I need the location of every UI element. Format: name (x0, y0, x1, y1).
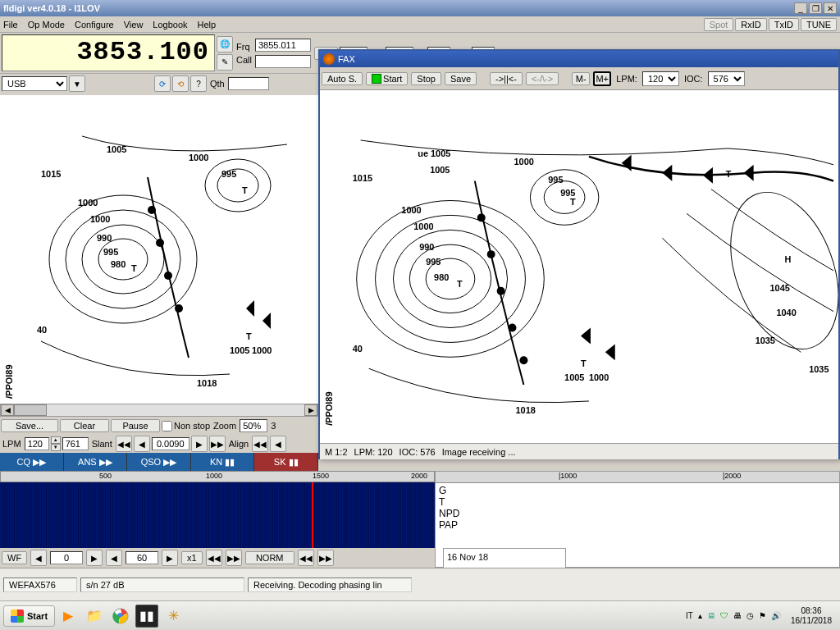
fax-status-m: M 1:2 (325, 447, 348, 457)
scroll-thumb[interactable] (14, 404, 47, 416)
wf-rewind2-icon[interactable]: ◀◀ (298, 550, 314, 566)
fax-stop-button[interactable]: Stop (411, 72, 441, 85)
fax-mplus-button[interactable]: M+ (593, 71, 611, 86)
globe-icon[interactable]: 🌐 (217, 36, 233, 52)
call-input[interactable] (255, 55, 311, 68)
tray-chevron-icon[interactable]: ▴ (698, 611, 702, 620)
taskbar-app2-icon[interactable]: ✳ (162, 605, 185, 628)
clear-button[interactable]: Clear (60, 419, 109, 432)
fax-auto-button[interactable]: Auto S. (322, 72, 363, 85)
list-item: G (439, 485, 836, 496)
wf-fwd2-icon[interactable]: ▶ (162, 550, 178, 566)
wf-button[interactable]: WF (2, 551, 27, 564)
svg-text:995: 995 (548, 175, 563, 185)
spot-button[interactable]: Spot (704, 18, 734, 31)
fax-lpm-select[interactable]: 120 (642, 71, 679, 86)
qth-input[interactable] (228, 77, 269, 90)
fax-scrollbar[interactable]: ◀ ▶ (0, 404, 318, 417)
scroll-left-icon[interactable]: ◀ (1, 404, 14, 416)
fax-image-area[interactable]: 1015 ue 1005 1005 1000 995 995 T 1000 10… (320, 90, 838, 443)
slant-value[interactable]: 0.0090 (152, 437, 189, 450)
refresh2-icon[interactable]: ⟲ (172, 75, 189, 92)
taskbar-app1-icon[interactable]: ▮▮ (135, 605, 158, 628)
start-label: Start (27, 611, 48, 621)
fax-mminus-button[interactable]: M- (572, 72, 590, 85)
align-back-icon[interactable]: ◀ (270, 436, 286, 452)
lpm-value2[interactable]: 120 (25, 437, 49, 450)
macro-qso[interactable]: QSO ▶▶ (127, 453, 191, 471)
fax-skip-button[interactable]: ->||<- (490, 72, 523, 85)
brush-icon[interactable]: ✎ (217, 54, 233, 71)
tray-shield-icon[interactable]: 🛡 (720, 611, 728, 620)
taskbar-explorer-icon[interactable]: 📁 (83, 605, 106, 628)
pause-button[interactable]: Pause (111, 419, 160, 432)
tray-network-icon[interactable]: ◷ (746, 611, 754, 620)
fax-save-button[interactable]: Save (445, 72, 477, 85)
scroll-right-icon[interactable]: ▶ (304, 404, 317, 416)
close-button[interactable]: ✕ (824, 2, 837, 14)
macro-cq[interactable]: CQ ▶▶ (0, 453, 64, 471)
lpm-num[interactable]: 761 (62, 437, 89, 450)
menu-opmode[interactable]: Op Mode (28, 20, 65, 30)
refresh-icon[interactable]: ⟳ (154, 75, 171, 92)
slant-fwd-icon[interactable]: ▶ (191, 436, 208, 452)
tune-button[interactable]: TUNE (801, 18, 837, 31)
frq-input[interactable] (255, 39, 311, 52)
fax-skipalt-button[interactable]: <-/\-> (526, 72, 559, 85)
wf-back-icon[interactable]: ◀ (30, 550, 47, 566)
lpm-spinner[interactable]: ▲▼ (51, 436, 61, 451)
taskbar-chrome-icon[interactable] (109, 605, 132, 628)
mode-select[interactable]: USB (2, 76, 67, 91)
wf-val1[interactable]: 0 (50, 551, 83, 564)
svg-text:1000: 1000 (252, 345, 272, 355)
wf-val2[interactable]: 60 (126, 551, 158, 564)
taskbar-media-icon[interactable]: ▶ (57, 605, 80, 628)
tray-printer-icon[interactable]: 🖶 (733, 611, 742, 620)
taskbar-clock[interactable]: 08:36 16/11/2018 (786, 606, 837, 626)
fax-ioc-select[interactable]: 576 (708, 71, 745, 86)
align-label: Align (227, 439, 250, 449)
wf-ff2-icon[interactable]: ▶▶ (317, 550, 334, 566)
waterfall-ruler: 500 1000 1500 2000 (0, 471, 435, 482)
wf-fwd-icon[interactable]: ▶ (86, 550, 103, 566)
tray-volume-icon[interactable]: 🔊 (771, 611, 781, 620)
help-icon[interactable]: ? (190, 75, 207, 92)
wf-rewind-icon[interactable]: ◀◀ (206, 550, 222, 566)
rxid-button[interactable]: RxID (735, 18, 766, 31)
macro-kn[interactable]: KN ▮▮ (191, 453, 255, 471)
minimize-button[interactable]: _ (794, 2, 807, 14)
fax-titlebar[interactable]: FAX (320, 51, 838, 67)
txid-button[interactable]: TxID (769, 18, 799, 31)
menu-help[interactable]: Help (198, 20, 217, 30)
menu-view[interactable]: View (124, 20, 144, 30)
nonstop-checkbox[interactable] (162, 421, 172, 431)
menu-configure[interactable]: Configure (75, 20, 114, 30)
start-button[interactable]: Start (3, 605, 55, 627)
windows-icon (11, 609, 24, 623)
slant-ff-icon[interactable]: ▶▶ (209, 436, 226, 452)
chevron-down-icon[interactable]: ▼ (69, 75, 85, 92)
svg-point-43 (519, 356, 527, 364)
slant-rewind-icon[interactable]: ◀◀ (116, 436, 132, 452)
macro-ans[interactable]: ANS ▶▶ (64, 453, 128, 471)
macro-sk[interactable]: SK ▮▮ (254, 453, 318, 471)
save-button[interactable]: Save... (1, 419, 58, 432)
clock-time: 08:36 (791, 606, 832, 616)
zoom-value[interactable]: 50% (240, 419, 267, 432)
maximize-button[interactable]: ❐ (809, 2, 822, 14)
frequency-display[interactable]: 3853.100 (2, 34, 215, 71)
align-rewind-icon[interactable]: ◀◀ (252, 436, 268, 452)
zoom-label: Zoom (212, 421, 238, 431)
fax-start-button[interactable]: Start (366, 72, 408, 85)
tray-flag-icon[interactable]: ⚑ (759, 611, 766, 620)
tray-language[interactable]: IT (686, 611, 693, 620)
menu-logbook[interactable]: Logbook (153, 20, 187, 30)
wf-x1[interactable]: x1 (181, 551, 203, 564)
wf-back2-icon[interactable]: ◀ (106, 550, 122, 566)
wf-ff-icon[interactable]: ▶▶ (226, 550, 242, 566)
wf-norm[interactable]: NORM (245, 551, 294, 564)
tray-monitor-icon[interactable]: 🖥 (707, 611, 715, 620)
waterfall-display[interactable] (0, 482, 435, 548)
slant-back-icon[interactable]: ◀ (134, 436, 150, 452)
menu-file[interactable]: File (3, 20, 18, 30)
